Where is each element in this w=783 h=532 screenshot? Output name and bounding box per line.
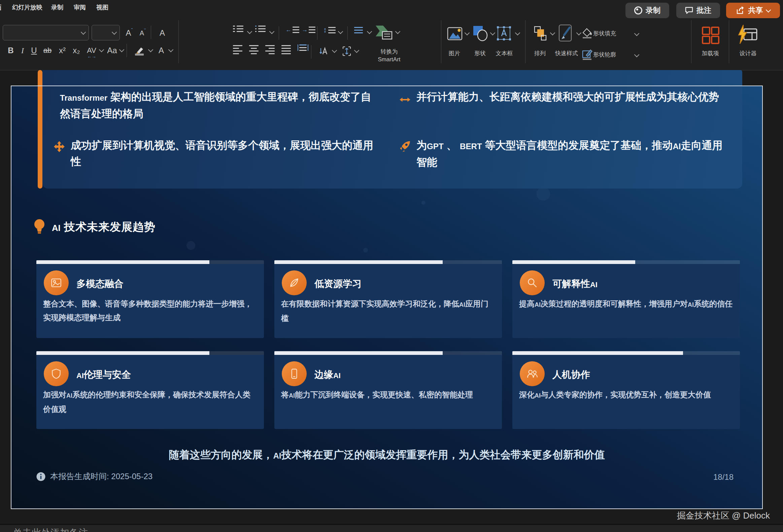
chevron-down-icon[interactable] (395, 29, 401, 34)
align-left-button[interactable] (233, 45, 242, 54)
image-icon (44, 270, 69, 295)
distribute-text-button[interactable] (297, 44, 308, 51)
designer-label: 设计器 (736, 50, 760, 57)
align-center-button[interactable] (249, 45, 258, 54)
line-spacing-button[interactable]: ↕ (323, 26, 336, 34)
card-accent-bar (274, 260, 502, 264)
page-number: 18/18 (713, 472, 733, 482)
card-title: 人机协作 (553, 368, 590, 381)
numbered-list-button[interactable] (255, 26, 265, 32)
trend-card-human-ai-collab[interactable]: 人机协作 深化AI与人类专家的协作，实现优势互补，创造更大价值 (512, 351, 740, 429)
addins-grid-icon (700, 25, 721, 46)
insert-shapes-button[interactable] (472, 25, 489, 42)
shape-fill-button[interactable] (582, 28, 593, 38)
slide-footer: 本报告生成时间: 2025-05-23 (36, 471, 153, 482)
chevron-down-icon[interactable] (515, 30, 521, 36)
increase-indent-button[interactable]: → (302, 26, 315, 33)
transformer-summary-box[interactable]: Transformer 架构的出现是人工智能领域的重大里程碑，彻底改变了自然语言… (38, 70, 742, 189)
font-color-button[interactable]: A (155, 43, 168, 58)
trend-card-explainable-ai[interactable]: 可解释性AI 提高AI决策过程的透明度和可解释性，增强用户对AI系统的信任 (512, 260, 740, 338)
smartart-icon (374, 24, 393, 41)
textbox-icon (496, 25, 512, 42)
arrange-label: 排列 (532, 50, 548, 57)
align-right-button[interactable] (265, 45, 275, 54)
section-heading[interactable]: AI 技术未来发展趋势 (33, 218, 156, 236)
menu-item-review[interactable]: 审阅 (74, 3, 86, 11)
justify-button[interactable] (281, 45, 291, 54)
underline-button[interactable]: U (29, 44, 39, 57)
chevron-down-icon[interactable] (119, 47, 125, 53)
expand-arrows-icon (53, 141, 65, 153)
grow-font-button[interactable]: Aˆ (123, 26, 136, 40)
chevron-down-icon[interactable] (490, 30, 496, 36)
insert-picture-button[interactable] (447, 26, 463, 41)
superscript-button[interactable]: x² (56, 44, 69, 57)
outline-pencil-icon (582, 49, 593, 60)
textbox-label: 文本框 (494, 50, 514, 57)
chevron-down-icon[interactable] (168, 47, 174, 53)
chevron-down-icon[interactable] (354, 48, 359, 53)
summary-item-advantages: 并行计算能力、长距离依赖建模和强大的可扩展性成为其核心优势 (416, 89, 724, 105)
ribbon-toolbar: Aˆ Aˇ A B I U ab x² x₂ AV←→ Aa (0, 15, 783, 70)
decor-dot (421, 201, 426, 205)
chevron-down-icon[interactable] (148, 47, 154, 53)
menu-item-view[interactable]: 视图 (96, 3, 108, 11)
text-direction-button[interactable] (318, 44, 331, 59)
brush-icon (556, 24, 574, 42)
menu-item-slideshow[interactable]: 幻灯片放映 (12, 3, 42, 11)
arrange-icon (532, 26, 549, 42)
designer-button[interactable] (736, 24, 758, 45)
chevron-down-icon[interactable] (332, 48, 337, 53)
highlight-color-button[interactable] (132, 43, 147, 58)
chevron-down-icon[interactable] (465, 30, 470, 36)
change-case-button[interactable]: Aa (105, 44, 119, 57)
bold-button[interactable]: B (5, 44, 16, 57)
chevron-down-icon[interactable] (338, 29, 343, 34)
menu-item-animation-partial[interactable]: 画 (0, 3, 7, 11)
record-icon (634, 6, 642, 14)
subscript-button[interactable]: x₂ (70, 44, 83, 57)
chevron-down-icon[interactable] (576, 30, 582, 36)
insert-textbox-button[interactable] (496, 25, 512, 42)
decrease-indent-button[interactable]: ← (285, 26, 299, 33)
chevron-down-icon[interactable] (550, 30, 556, 36)
smartart-label[interactable]: 转换为SmartArt (370, 48, 409, 63)
trend-card-ethics-safety[interactable]: AI伦理与安全 加强对AI系统的伦理约束和安全保障，确保技术发展符合人类价值观 (36, 351, 264, 429)
strikethrough-button[interactable]: ab (40, 44, 55, 57)
double-arrow-icon (399, 94, 411, 106)
slide-canvas: Transformer 架构的出现是人工智能领域的重大里程碑，彻底改变了自然语言… (0, 70, 783, 524)
columns-button[interactable] (354, 27, 363, 33)
font-size-select[interactable] (92, 25, 120, 40)
shape-outline-button[interactable] (582, 49, 593, 60)
text-direction-icon (319, 45, 330, 57)
trend-card-multimodal[interactable]: 多模态融合 整合文本、图像、语音等多种数据类型的能力将进一步增强，实现跨模态理解… (36, 260, 264, 338)
card-description: 提高AI决策过程的透明度和可解释性，增强用户对AI系统的信任 (519, 297, 733, 311)
quick-styles-button[interactable] (556, 24, 574, 42)
chevron-down-icon[interactable] (269, 29, 275, 34)
card-description: 在有限数据和计算资源下实现高效学习和泛化，降低AI应用门槛 (281, 297, 495, 325)
trend-card-low-resource[interactable]: 低资源学习 在有限数据和计算资源下实现高效学习和泛化，降低AI应用门槛 (274, 260, 502, 338)
font-name-select[interactable] (3, 25, 89, 40)
italic-button[interactable]: I (18, 44, 28, 57)
trend-card-edge-ai[interactable]: 边缘AI 将AI能力下沉到终端设备，实现更快速、私密的智能处理 (274, 351, 502, 429)
chevron-down-icon[interactable] (99, 47, 104, 53)
notes-pane[interactable]: 单击此处添加备注 (0, 524, 783, 532)
clear-formatting-button[interactable]: A (155, 26, 170, 40)
convert-smartart-button[interactable] (374, 24, 393, 41)
chevron-down-icon[interactable] (634, 52, 639, 58)
addins-button[interactable] (700, 25, 721, 46)
menu-item-record[interactable]: 录制 (51, 3, 63, 11)
align-text-vertical-button[interactable] (340, 44, 353, 59)
card-accent-bar (512, 260, 740, 264)
users-icon (520, 361, 545, 386)
shrink-font-button[interactable]: Aˇ (136, 26, 150, 40)
chevron-down-icon[interactable] (634, 31, 639, 36)
bullet-list-button[interactable] (233, 26, 243, 32)
section-title: AI 技术未来发展趋势 (52, 220, 156, 235)
summary-item-milestone: Transformer 架构的出现是人工智能领域的重大里程碑，彻底改变了自然语言… (60, 89, 379, 122)
chevron-down-icon[interactable] (367, 29, 372, 34)
chevron-down-icon[interactable] (247, 29, 252, 34)
character-spacing-button[interactable]: AV←→ (84, 43, 99, 58)
slide[interactable]: Transformer 架构的出现是人工智能领域的重大里程碑，彻底改变了自然语言… (11, 86, 762, 508)
arrange-button[interactable] (532, 26, 549, 42)
